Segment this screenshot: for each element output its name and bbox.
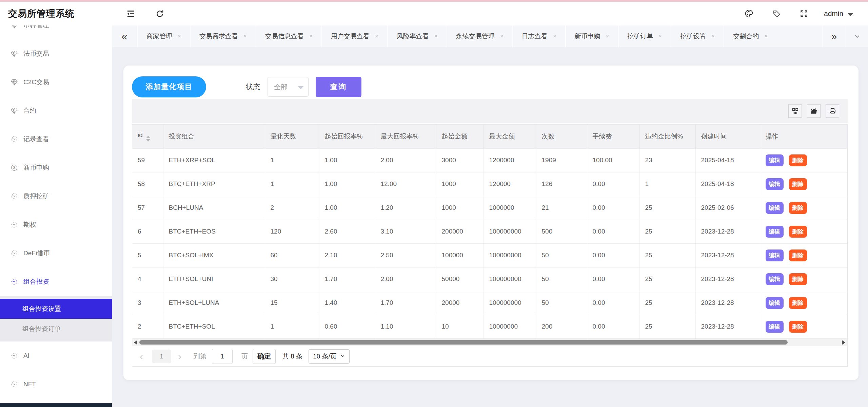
- tab-label: 挖矿设置: [680, 32, 706, 41]
- tab-1[interactable]: 交易需求查看×: [190, 25, 256, 47]
- column-header-label: 最大金额: [489, 133, 515, 140]
- print-icon[interactable]: [826, 104, 839, 118]
- tab-close-icon[interactable]: ×: [553, 33, 556, 40]
- tab-9[interactable]: 挖矿设置×: [671, 25, 724, 47]
- goto-page-label: 到第: [194, 352, 206, 361]
- tab-7[interactable]: 新币申购×: [565, 25, 618, 47]
- cell-actions: 编辑删除: [760, 148, 847, 172]
- delete-button[interactable]: 删除: [789, 226, 807, 238]
- sidebar-item-9[interactable]: 组合投资: [0, 267, 112, 296]
- delete-button[interactable]: 删除: [789, 297, 807, 309]
- column-header-7: 次数: [536, 125, 587, 148]
- cell-投资组合: BTC+ETH+SOL: [163, 315, 265, 338]
- export-icon[interactable]: [807, 104, 821, 118]
- delete-button[interactable]: 删除: [789, 178, 807, 190]
- status-select[interactable]: 全部: [268, 77, 309, 97]
- cell-次数: 21: [536, 196, 587, 220]
- sidebar-item-1[interactable]: 法币交易: [0, 39, 112, 68]
- tab-6[interactable]: 日志查看×: [512, 25, 565, 47]
- sidebar-item-10[interactable]: AI: [0, 341, 112, 370]
- sort-toggle-icon[interactable]: [146, 136, 150, 142]
- scroll-left-arrow-icon[interactable]: [134, 340, 137, 345]
- delete-button[interactable]: 删除: [789, 321, 807, 333]
- column-header-label: 起始回报率%: [325, 133, 363, 140]
- edit-button[interactable]: 编辑: [766, 154, 784, 166]
- edit-button[interactable]: 编辑: [766, 297, 784, 309]
- tab-close-icon[interactable]: ×: [711, 33, 715, 40]
- edit-button[interactable]: 编辑: [766, 321, 784, 333]
- sidebar-item-8[interactable]: DeFi借币: [0, 239, 112, 267]
- tab-3[interactable]: 用户交易查看×: [321, 25, 387, 47]
- cell-最大金额: 1000000: [484, 196, 536, 220]
- search-button[interactable]: 查询: [316, 77, 361, 97]
- confirm-button[interactable]: 确定: [253, 349, 276, 364]
- tab-close-icon[interactable]: ×: [434, 33, 438, 40]
- sidebar-item-6[interactable]: 质押挖矿: [0, 182, 112, 210]
- tab-10[interactable]: 交割合约×: [724, 25, 776, 47]
- sidebar-item-5[interactable]: $新币申购: [0, 153, 112, 182]
- tab-close-icon[interactable]: ×: [606, 33, 609, 40]
- user-menu[interactable]: admin: [824, 2, 853, 25]
- collapse-menu-icon[interactable]: [123, 2, 138, 25]
- delete-button[interactable]: 删除: [789, 202, 807, 214]
- scroll-right-arrow-icon[interactable]: [842, 340, 845, 345]
- tag-icon[interactable]: [769, 2, 784, 25]
- tab-close-icon[interactable]: ×: [309, 33, 313, 40]
- sidebar-item-11[interactable]: NFT: [0, 370, 112, 399]
- clock-icon: [10, 278, 18, 286]
- cell-投资组合: ETH+XRP+SOL: [163, 148, 265, 172]
- tab-2[interactable]: 交易信息查看×: [256, 25, 321, 47]
- tab-close-icon[interactable]: ×: [178, 33, 181, 40]
- submenu-item-1[interactable]: 组合投资订单: [0, 319, 112, 339]
- cell-actions: 编辑删除: [760, 291, 847, 315]
- delete-button[interactable]: 删除: [789, 154, 807, 166]
- edit-button[interactable]: 编辑: [766, 226, 784, 238]
- palette-icon[interactable]: [741, 2, 757, 25]
- goto-page-input[interactable]: [212, 349, 233, 364]
- fullscreen-icon[interactable]: [796, 2, 812, 25]
- tab-close-icon[interactable]: ×: [500, 33, 504, 40]
- edit-button[interactable]: 编辑: [766, 249, 784, 261]
- add-quant-project-button[interactable]: 添加量化项目: [132, 76, 206, 97]
- tab-label: 新币申购: [575, 32, 600, 41]
- prev-page-button[interactable]: ‹: [140, 351, 143, 362]
- filter-toolbar: 添加量化项目 状态 全部 查询: [132, 76, 848, 97]
- cell-手续费: 0.00: [587, 196, 639, 220]
- tab-8[interactable]: 挖矿订单×: [618, 25, 671, 47]
- tab-0[interactable]: 商家管理×: [137, 25, 190, 47]
- tabs-dropdown-icon[interactable]: [846, 25, 868, 47]
- submenu-item-0[interactable]: 组合投资设置: [0, 299, 112, 319]
- scrollbar-thumb[interactable]: [139, 340, 788, 345]
- edit-button[interactable]: 编辑: [766, 273, 784, 285]
- cell-违约金比例%: 25: [639, 220, 695, 243]
- edit-button[interactable]: 编辑: [766, 202, 784, 214]
- tab-close-icon[interactable]: ×: [243, 33, 247, 40]
- tab-close-icon[interactable]: ×: [764, 33, 768, 40]
- horizontal-scrollbar[interactable]: [132, 338, 847, 346]
- tab-close-icon[interactable]: ×: [375, 33, 378, 40]
- columns-icon[interactable]: [788, 104, 802, 118]
- refresh-icon[interactable]: [152, 2, 167, 25]
- page-number-button[interactable]: 1: [152, 350, 171, 363]
- sidebar-item-label: 法币交易: [23, 49, 49, 58]
- column-header-label: 最大回报率%: [381, 133, 419, 140]
- page-size-select[interactable]: 10 条/页: [309, 349, 350, 364]
- edit-button[interactable]: 编辑: [766, 178, 784, 190]
- tab-5[interactable]: 永续交易管理×: [447, 25, 512, 47]
- tab-4[interactable]: 风险率查看×: [387, 25, 447, 47]
- tabs-scroll-right-icon[interactable]: »: [822, 25, 846, 47]
- sidebar-item-7[interactable]: 期权: [0, 210, 112, 239]
- delete-button[interactable]: 删除: [789, 249, 807, 261]
- column-header-label: 操作: [766, 133, 778, 140]
- next-page-button[interactable]: ›: [178, 351, 181, 362]
- clock-icon: [10, 135, 18, 143]
- sidebar-item-2[interactable]: C2C交易: [0, 68, 112, 96]
- sidebar-item-0[interactable]: 币种管理: [0, 25, 112, 39]
- tab-close-icon[interactable]: ×: [659, 33, 662, 40]
- sidebar-item-3[interactable]: 合约: [0, 96, 112, 125]
- delete-button[interactable]: 删除: [789, 273, 807, 285]
- sidebar-item-4[interactable]: 记录查看: [0, 125, 112, 153]
- sidebar-scrollbar[interactable]: [0, 403, 112, 407]
- cell-起始金额: 100000: [436, 243, 484, 267]
- tabs-scroll-left-icon[interactable]: «: [112, 25, 137, 47]
